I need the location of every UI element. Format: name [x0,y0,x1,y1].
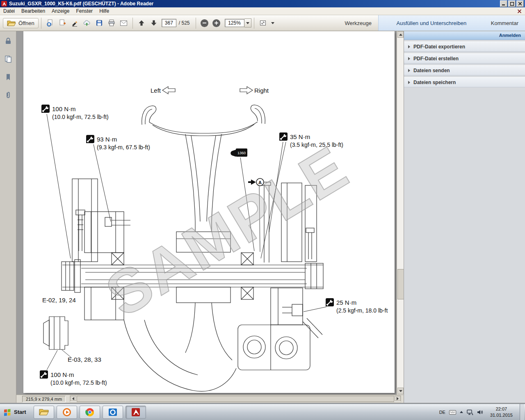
svg-text:(3.5 kgf-m, 25.5 lb-ft): (3.5 kgf-m, 25.5 lb-ft) [290,142,343,148]
taskbar-outlook-button[interactable] [103,406,123,419]
torque-wrench-icon [41,105,50,113]
svg-text:35 N·m: 35 N·m [290,133,310,140]
ref-e02: E-02, 19, 24 [42,297,76,304]
zoom-out-icon[interactable] [201,19,208,27]
minimize-button[interactable] [500,0,507,7]
create-pdf-icon[interactable] [56,17,68,29]
direction-labels: Left Right [151,87,269,94]
network-icon[interactable] [467,409,473,415]
adobe-pdf-icon [1,1,7,7]
comment-panel-button[interactable]: Kommentar [484,20,525,26]
torque-wrench-icon [86,135,94,143]
language-indicator[interactable]: DE [439,410,445,415]
ref-e03: E-03, 28, 33 [68,356,101,363]
svg-text:(9.3 kgf-m, 67.5 lb-ft): (9.3 kgf-m, 67.5 lb-ft) [97,144,150,151]
window-titlebar[interactable]: Suzuki_GSXR_1000_K5-K6.pdf (GESCHÜTZT) -… [0,0,525,7]
page-number-input[interactable]: 367 [162,19,176,27]
open-folder-icon [7,20,16,27]
grease-marker-1360: 1360 [231,148,247,157]
fill-sign-panel-button[interactable]: Ausfüllen und Unterschreiben [379,20,484,26]
bookmarks-icon[interactable] [2,71,14,83]
menu-fenster[interactable]: Fenster [73,7,96,15]
left-label: Left [151,87,161,94]
vertical-scrollbar[interactable] [397,31,404,395]
start-button[interactable]: Start [0,404,31,420]
menu-anzeige[interactable]: Anzeige [48,7,73,15]
chevron-right-icon [408,57,410,60]
toolbar-overflow-icon[interactable] [269,17,276,29]
toolbar-separator [41,18,41,29]
close-button[interactable] [516,0,524,7]
print-icon[interactable] [105,17,118,29]
zoom-level-input[interactable]: 125% [225,19,244,27]
panel-item-send-files[interactable]: Dateien senden [404,65,525,75]
tray-date: 31.01.2015 [490,412,513,418]
show-hidden-icons-icon[interactable] [460,411,463,413]
window-title: Suzuki_GSXR_1000_K5-K6.pdf (GESCHÜTZT) -… [9,1,153,7]
open-button-label: Öffnen [18,20,34,26]
export-pdf-icon[interactable] [44,17,56,29]
menu-bearbeiten[interactable]: Bearbeiten [18,7,48,15]
taskbar-explorer-button[interactable] [34,406,54,419]
menu-bar: Datei Bearbeiten Anzeige Fenster Hilfe [0,7,525,15]
email-icon[interactable] [118,17,130,29]
sign-in-button[interactable]: Anmelden [404,31,525,40]
explorer-folder-icon [39,408,49,416]
scroll-left-icon[interactable] [70,396,76,401]
scroll-right-icon[interactable] [395,396,401,401]
scroll-up-icon[interactable] [397,31,404,38]
panel-item-export-pdf[interactable]: PDF-Datei exportieren [404,41,525,52]
horizontal-scrollbar-thumb[interactable] [77,396,394,402]
lock-icon[interactable] [2,35,14,47]
close-document-icon[interactable] [518,9,525,13]
windows-logo-icon [3,408,11,417]
clock[interactable]: 22:07 31.01.2015 [490,406,513,418]
right-arrow-icon [240,87,253,94]
menu-datei[interactable]: Datei [0,7,18,15]
save-icon[interactable] [93,17,105,29]
zoom-in-icon[interactable] [212,19,220,27]
show-desktop-button[interactable] [520,404,524,420]
horizontal-scrollbar[interactable] [70,395,401,402]
toolbar-separator [196,18,196,29]
previous-page-icon[interactable] [135,17,148,29]
maximize-button[interactable] [508,0,516,7]
vertical-scrollbar-thumb[interactable] [397,269,404,299]
cloud-upload-icon[interactable] [81,17,93,29]
taskbar-chrome-button[interactable] [80,406,100,419]
taskbar-adobe-reader-button[interactable] [126,406,146,419]
scroll-down-icon[interactable] [397,388,404,394]
svg-text:93 N·m: 93 N·m [97,136,117,143]
sign-icon[interactable] [68,17,81,29]
chevron-right-icon [408,81,410,84]
open-button[interactable]: Öffnen [3,18,39,28]
system-tray: DE 22:07 31.01.2015 [439,404,525,420]
keyboard-icon[interactable] [449,409,456,415]
navigation-sidebar [0,31,16,403]
svg-text:(10.0 kgf-m, 72.5 lb-ft): (10.0 kgf-m, 72.5 lb-ft) [50,379,107,386]
chevron-right-icon [408,45,410,48]
tools-panel-button[interactable]: Werkzeuge [338,20,378,26]
start-button-label: Start [14,409,26,415]
fit-window-icon[interactable] [257,17,269,29]
adobe-reader-icon [131,407,141,417]
svg-text:(2.5 kgf-m, 18.0 lb-ft: (2.5 kgf-m, 18.0 lb-ft [336,307,388,314]
axle-diagram: SAMPLE Left Right 100 N·m (10.0 kgf-m, 7… [23,31,395,393]
document-page[interactable]: SAMPLE Left Right 100 N·m (10.0 kgf-m, 7… [23,31,395,393]
toolbar-separator [132,18,133,29]
torque-wrench-icon [279,132,288,141]
zoom-dropdown-icon[interactable] [244,18,251,27]
left-arrow-icon [162,87,175,94]
panel-item-store-files[interactable]: Dateien speichern [404,77,525,87]
menu-hilfe[interactable]: Hilfe [96,7,112,15]
volume-icon[interactable] [477,409,483,415]
page-thumbnails-icon[interactable] [2,53,14,65]
chevron-right-icon [408,69,410,72]
attachments-icon[interactable] [2,89,14,101]
page-dimensions-label: 215,9 x 279,4 mm [22,396,66,402]
taskbar-media-player-button[interactable] [57,406,77,419]
svg-text:1360: 1360 [237,151,246,155]
panel-item-create-pdf[interactable]: PDF-Datei erstellen [404,53,525,64]
page-count-label: / 525 [179,20,190,26]
next-page-icon[interactable] [148,17,160,29]
